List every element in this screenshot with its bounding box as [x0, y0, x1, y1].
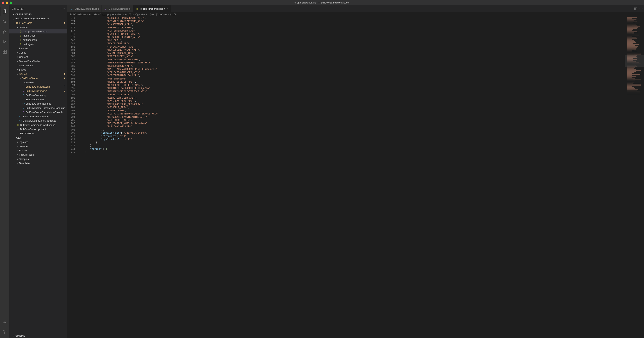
tree-item-label: README.md [20, 132, 35, 135]
workspace-section[interactable]: ⌄BULLCOWGAME (WORKSPACE) [9, 16, 67, 21]
tree-file[interactable]: CBullCowGameGameModeBase.cpp [9, 106, 67, 110]
tree-folder[interactable]: ›DerivedDataCache [9, 59, 67, 63]
breadcrumb-item[interactable]: {}c_cpp_properties.json [100, 13, 127, 16]
outline-section[interactable]: ›OUTLINE [9, 334, 67, 338]
debug-activity-icon[interactable] [0, 37, 9, 46]
tree-file[interactable]: {}BullCowGame.code-workspace [9, 123, 67, 127]
breadcrumb-item[interactable]: ⊟158 [170, 13, 176, 16]
split-editor-icon[interactable] [634, 7, 637, 10]
tree-item-label: BullCowGame.code-workspace [20, 124, 55, 126]
file-txt-icon: ≡ [16, 128, 20, 130]
explorer-activity-icon[interactable] [0, 7, 9, 16]
tree-folder[interactable]: ›.egstore [9, 140, 67, 144]
scm-activity-icon[interactable] [0, 27, 9, 36]
tree-folder[interactable]: ›.vscode [9, 144, 67, 148]
file-cpp-icon: C [22, 86, 25, 88]
file-h-icon: C [22, 98, 25, 100]
accounts-icon[interactable] [0, 317, 9, 326]
tree-file[interactable]: CBullCowGameGameModeBase.h [9, 110, 67, 114]
tree-item-label: BullCowCartridge.h [26, 90, 47, 92]
tree-folder[interactable]: ⌄BullCowGame [9, 21, 67, 25]
tree-folder[interactable]: ⌄.vscode [9, 25, 67, 29]
breadcrumb-json-icon: {} [100, 13, 101, 16]
code-editor[interactable]: 6736746756766776786796806816826836846856… [67, 16, 644, 338]
tree-item-label: BullCowGame.h [26, 98, 44, 101]
tree-file[interactable]: C#BullCowGame.Target.cs [9, 114, 67, 118]
tree-folder[interactable]: ›Saved [9, 68, 67, 72]
chevron-down-icon: ⌄ [14, 136, 16, 139]
tree-folder[interactable]: ›Binaries [9, 46, 67, 50]
editor-tab[interactable]: CBullCowCartridge.h [102, 6, 133, 12]
tree-file[interactable]: {}c_cpp_properties.json [9, 29, 67, 34]
modified-dot-icon [64, 22, 65, 24]
maximize-window-button[interactable] [10, 2, 12, 4]
chevron-down-icon: ⌄ [16, 26, 19, 28]
file-cpp-icon: C [70, 8, 73, 10]
tree-item-label: Content [19, 56, 28, 58]
tree-folder[interactable]: ⌄UE4 [9, 136, 67, 140]
sidebar-more-icon[interactable] [62, 8, 64, 9]
code-content[interactable]: "SCENEDEPTHPICKERMODE_API=", "DETAILCUST… [79, 16, 625, 338]
tree-folder[interactable]: ›Engine [9, 148, 67, 152]
tree-folder[interactable]: ›FeaturePacks [9, 152, 67, 157]
file-json-icon: {} [19, 34, 22, 37]
breadcrumb-label: defines [159, 13, 167, 16]
tree-item-label: BullCowGame [22, 77, 38, 80]
chevron-right-icon: › [127, 13, 128, 16]
minimap[interactable] [625, 16, 644, 338]
modified-dot-icon [64, 78, 65, 79]
file-json-icon: {} [19, 43, 22, 45]
tree-file[interactable]: {}tasks.json [9, 42, 67, 46]
editor-tab[interactable]: {}c_cpp_properties.json× [133, 6, 171, 12]
sidebar-title: EXPLORER [12, 8, 24, 10]
breadcrumb-item[interactable]: [ ]defines [156, 13, 167, 16]
tree-file[interactable]: CBullCowCartridge.h3 [9, 89, 67, 93]
tree-file[interactable]: ↓README.md [9, 131, 67, 136]
close-window-button[interactable] [2, 2, 4, 4]
breadcrumb-item[interactable]: {}0 [150, 13, 154, 16]
breadcrumb-item[interactable]: [ ]configurations [129, 13, 148, 16]
editor-more-icon[interactable] [640, 8, 642, 9]
tree-file[interactable]: C#BullCowGameEditor.Target.cs [9, 118, 67, 123]
svg-rect-4 [3, 50, 4, 52]
tree-file[interactable]: CBullCowGame.h [9, 97, 67, 102]
tree-item-label: launch.json [23, 34, 36, 37]
tree-item-label: Binaries [19, 47, 28, 50]
tree-folder[interactable]: ›Content [9, 55, 67, 59]
breadcrumb-label: c_cpp_properties.json [102, 13, 126, 16]
tree-folder[interactable]: ›Config [9, 50, 67, 55]
chevron-right-icon: › [16, 64, 19, 66]
tree-folder[interactable]: ›Templates [9, 161, 67, 165]
file-tree: ⌄BullCowGame⌄.vscode{}c_cpp_properties.j… [9, 21, 67, 334]
minimize-window-button[interactable] [6, 2, 8, 4]
tree-folder[interactable]: ›Console [9, 80, 67, 84]
breadcrumb-item[interactable]: .vscode [88, 13, 97, 16]
editor-tab[interactable]: CBullCowCartridge.cpp [67, 6, 102, 12]
tree-file[interactable]: C#BullCowGame.Build.cs [9, 102, 67, 106]
minimap-viewport[interactable] [625, 55, 644, 67]
chevron-down-icon: ⌄ [14, 22, 16, 24]
tree-file[interactable]: CBullCowGame.cpp [9, 93, 67, 97]
tree-file[interactable]: ≡BullCowGame.uproject [9, 127, 67, 131]
settings-gear-icon[interactable] [0, 327, 9, 336]
tree-file[interactable]: CBullCowCartridge.cpp2 [9, 84, 67, 89]
breadcrumb-item[interactable]: BullCowGame [70, 13, 86, 16]
tree-folder[interactable]: ›Samples [9, 157, 67, 161]
open-editors-section[interactable]: ›OPEN EDITORS [9, 12, 67, 16]
tree-folder[interactable]: ⌄BullCowGame [9, 76, 67, 80]
search-activity-icon[interactable] [0, 17, 9, 26]
extensions-activity-icon[interactable] [0, 47, 9, 56]
activity-bar [0, 6, 9, 338]
tree-file[interactable]: {}settings.json [9, 38, 67, 42]
chevron-right-icon: › [16, 141, 19, 143]
breadcrumbs[interactable]: BullCowGame›.vscode›{}c_cpp_properties.j… [67, 12, 644, 16]
tree-folder[interactable]: ›Intermediate [9, 63, 67, 68]
titlebar[interactable]: c_cpp_properties.json — BullCowGame (Wor… [0, 0, 644, 6]
tree-file[interactable]: {}launch.json [9, 34, 67, 38]
svg-point-9 [4, 331, 5, 332]
tree-item-label: DerivedDataCache [19, 60, 40, 63]
file-md-icon: ↓ [16, 132, 20, 134]
close-tab-icon[interactable]: × [167, 7, 168, 10]
tree-folder[interactable]: ⌄Source [9, 72, 67, 76]
tree-item-label: BullCowGameGameModeBase.h [26, 111, 62, 114]
